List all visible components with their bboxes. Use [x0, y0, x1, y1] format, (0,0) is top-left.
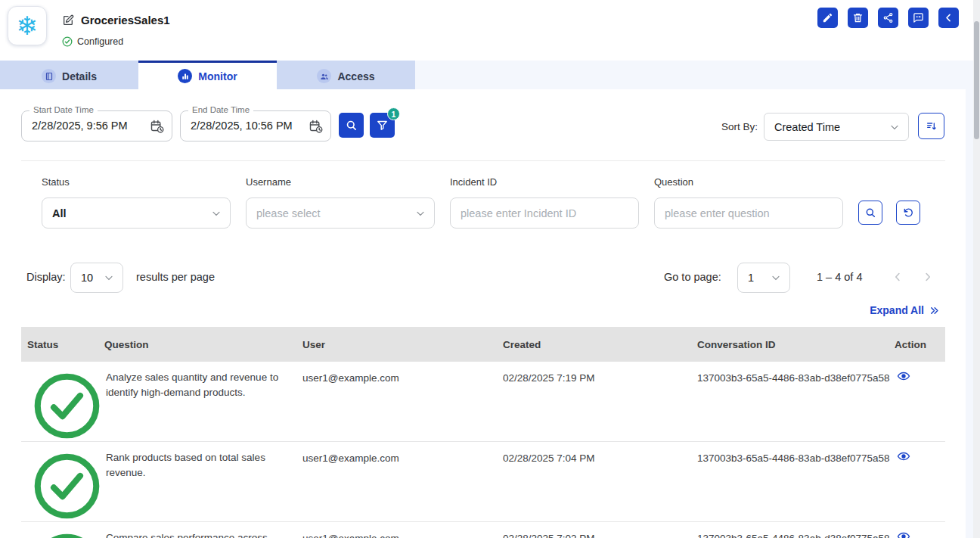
username-filter-label: Username — [246, 176, 291, 188]
question-input[interactable] — [654, 197, 843, 229]
column-header-created: Created — [503, 339, 697, 350]
username-filter-placeholder: please select — [256, 207, 321, 219]
chevron-down-icon — [414, 207, 426, 219]
success-status-icon — [32, 531, 102, 538]
page-size-value: 10 — [81, 272, 93, 284]
share-icon — [882, 12, 894, 23]
column-header-status: Status — [21, 339, 102, 350]
snowflake-icon: ❄ — [17, 13, 39, 39]
status-badge: Configured — [62, 36, 123, 47]
delete-button[interactable] — [848, 8, 868, 28]
conversation-id-cell: 137003b3-65a5-4486-83ab-d38ef0775a58 — [697, 362, 895, 386]
tab-monitor-label: Monitor — [198, 70, 237, 82]
created-cell: 02/28/2025 7:02 PM — [503, 522, 697, 538]
comment-icon — [913, 12, 924, 23]
status-filter-label: Status — [42, 176, 70, 188]
eye-icon — [897, 449, 910, 463]
end-date-label: End Date Time — [188, 105, 253, 114]
question-filter-label: Question — [654, 176, 693, 188]
start-date-field[interactable]: Start Date Time 2/28/2025, 9:56 PM — [21, 110, 172, 141]
chevron-down-icon — [889, 121, 901, 133]
refresh-icon — [902, 207, 914, 219]
status-filter-value: All — [52, 207, 67, 219]
pencil-icon — [822, 12, 833, 23]
search-dates-button[interactable] — [339, 113, 364, 138]
feedback-button[interactable] — [908, 8, 929, 28]
sort-select[interactable]: Created Time — [764, 113, 909, 141]
tab-details-label: Details — [62, 70, 97, 82]
question-cell: Compare sales performance across differe… — [102, 522, 302, 538]
prev-page-icon[interactable] — [891, 270, 904, 284]
edit-title-icon[interactable] — [62, 14, 74, 26]
header-actions — [817, 8, 959, 28]
display-label: Display: — [26, 271, 66, 283]
search-icon — [864, 207, 876, 219]
edit-button[interactable] — [817, 8, 838, 28]
per-page-label: results per page — [136, 271, 215, 283]
trash-icon — [852, 12, 864, 23]
tab-monitor[interactable]: Monitor — [138, 61, 277, 89]
tab-access[interactable]: Access — [277, 61, 415, 89]
table-row: Analyze sales quantity and revenue to id… — [21, 362, 945, 442]
search-icon — [345, 119, 358, 132]
next-page-icon[interactable] — [921, 270, 935, 284]
success-status-icon — [32, 451, 102, 521]
tab-bar: Details Monitor Access — [0, 61, 415, 89]
user-cell: user1@example.com — [302, 442, 503, 466]
check-circle-icon — [62, 36, 73, 47]
view-conversation-button[interactable] — [895, 449, 910, 463]
collapse-button[interactable] — [938, 8, 959, 28]
username-filter-select[interactable]: please select — [246, 197, 435, 229]
chevron-down-icon — [770, 272, 782, 284]
goto-page-label: Go to page: — [664, 271, 721, 283]
success-status-icon — [32, 371, 102, 441]
scrollbar-thumb[interactable] — [974, 21, 979, 139]
conversations-table: Status Question User Created Conversatio… — [21, 327, 945, 538]
status-label: Configured — [77, 36, 123, 47]
tab-details[interactable]: Details — [0, 61, 138, 89]
snowflake-logo: ❄ — [8, 6, 47, 45]
app-header: ❄ GroceriesSales1 Configured — [0, 0, 973, 61]
incident-filter-label: Incident ID — [450, 176, 497, 188]
question-cell: Rank products based on total sales reven… — [102, 442, 302, 487]
calendar-clock-icon[interactable] — [150, 119, 165, 134]
funnel-icon — [376, 119, 389, 132]
incident-id-input[interactable] — [450, 197, 639, 229]
eye-icon — [897, 530, 910, 538]
page-size-select[interactable]: 10 — [70, 263, 123, 293]
filter-count-badge: 1 — [387, 107, 400, 120]
sort-direction-button[interactable] — [918, 113, 944, 139]
chevron-down-icon — [103, 272, 115, 284]
apply-filters-button[interactable] — [858, 201, 882, 225]
calendar-clock-icon[interactable] — [309, 119, 324, 134]
table-header-row: Status Question User Created Conversatio… — [21, 327, 945, 362]
table-row: Compare sales performance across differe… — [21, 522, 945, 538]
chevron-down-icon — [210, 207, 222, 219]
user-cell: user1@example.com — [302, 522, 503, 538]
expand-all-link[interactable]: Expand All — [870, 304, 940, 316]
user-cell: user1@example.com — [302, 362, 503, 386]
tab-access-label: Access — [337, 70, 374, 82]
results-range-label: 1 – 4 of 4 — [817, 271, 862, 283]
monitor-panel: Start Date Time 2/28/2025, 9:56 PM End D… — [0, 89, 966, 538]
status-filter-select[interactable]: All — [42, 197, 231, 229]
filter-button[interactable]: 1 — [370, 113, 395, 138]
goto-page-select[interactable]: 1 — [737, 263, 790, 293]
created-cell: 02/28/2025 7:04 PM — [503, 442, 697, 466]
share-button[interactable] — [878, 8, 898, 28]
people-icon — [317, 69, 331, 83]
document-icon — [42, 69, 56, 83]
question-cell: Analyze sales quantity and revenue to id… — [102, 362, 302, 407]
sort-by-label: Sort By: — [720, 121, 758, 132]
view-conversation-button[interactable] — [895, 530, 910, 538]
expand-all-label: Expand All — [870, 304, 924, 316]
end-date-field[interactable]: End Date Time 2/28/2025, 10:56 PM — [180, 110, 331, 141]
double-chevron-right-icon — [929, 305, 940, 316]
view-conversation-button[interactable] — [895, 369, 910, 383]
reset-filters-button[interactable] — [896, 201, 920, 225]
column-header-question: Question — [102, 339, 302, 350]
scrollbar-track[interactable] — [973, 0, 980, 538]
column-header-action: Action — [895, 339, 945, 350]
bar-chart-icon — [178, 69, 192, 83]
conversation-id-cell: 137003b3-65a5-4486-83ab-d38ef0775a58 — [697, 522, 895, 538]
